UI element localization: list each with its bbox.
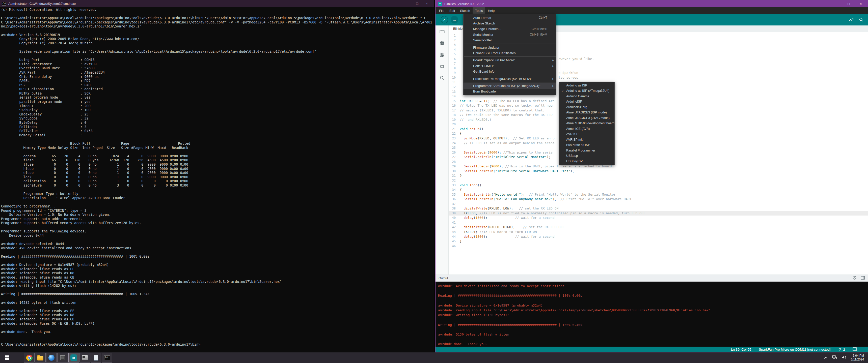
ide-titlebar[interactable]: ∞ Blinkies | Arduino IDE 2.3.2 – □ × [435, 0, 868, 7]
code-line[interactable]: 29 Serial1.begin(9600); //This is the UA… [448, 164, 868, 169]
network-icon[interactable] [832, 355, 837, 361]
serial-plotter-icon[interactable] [848, 18, 854, 23]
output-console[interactable]: avrdude: AVR device initialized and read… [435, 282, 868, 346]
code-line[interactable]: 25 [448, 145, 868, 150]
verify-button[interactable]: ✓ [440, 16, 448, 24]
code-line[interactable]: 18// (We could use the same macros for t… [448, 113, 868, 118]
terminal-minimize-button[interactable]: – [407, 1, 409, 5]
menubar-item-help[interactable]: Help [485, 7, 497, 14]
programmer-device-taskbar-button[interactable] [80, 353, 90, 363]
code-line[interactable]: 20 [448, 122, 868, 127]
code-line[interactable]: 28 [448, 160, 868, 164]
programmer-option-arduinoisp-org[interactable]: ArduinoISP.org [559, 104, 614, 110]
code-line[interactable]: 45} [448, 239, 868, 244]
board-status[interactable]: SparkFun Pro Micro on COM11 [not connect… [759, 348, 830, 352]
tools-menu-item-processor-atmega32u4-5v-16-mhz[interactable]: Processor: "ATmega32U4 (5V, 16 MHz)"▸ [464, 76, 556, 81]
notifications-badge[interactable]: 2 [838, 347, 845, 352]
code-line[interactable]: 42 digitalWrite(RXLED, HIGH); // set the… [448, 225, 868, 230]
programmer-option-arduino-gemma[interactable]: Arduino Gemma [559, 94, 614, 99]
upload-button[interactable]: → [451, 16, 458, 24]
chrome-taskbar-button[interactable] [24, 353, 35, 363]
code-line[interactable]: 17// macros (TXLED1, TXLED0) to control … [448, 108, 868, 113]
programmer-option-atmel-jtagice3-isp-mode[interactable]: Atmel JTAGICE3 (ISP mode) [559, 110, 614, 116]
tools-menu-item-burn-bootloader[interactable]: Burn Bootloader [464, 89, 556, 94]
programmer-option-arduino-as-isp[interactable]: Arduino as ISP [559, 83, 614, 88]
code-line[interactable]: 41 [448, 220, 868, 225]
programmer-option-buspirate-as-isp[interactable]: BusPirate as ISP [559, 142, 614, 148]
code-line[interactable]: 19// and RXLED0.) [448, 118, 868, 122]
code-line[interactable]: 33void loop() [448, 183, 868, 188]
arduino-taskbar-button[interactable]: ∞ [68, 353, 79, 363]
tools-menu-item-get-board-info[interactable]: Get Board Info [464, 69, 556, 74]
code-line[interactable]: 16// Note: The TX LED was not so lucky, … [448, 103, 868, 108]
code-line[interactable]: 15int RXLED = 17; // The RX LED has a de… [448, 99, 868, 104]
code-line[interactable]: 24 // TX LED is set as an output behind … [448, 141, 868, 146]
programmer-option-avrisp-mkii[interactable]: AVRISP mkII [559, 137, 614, 142]
code-line[interactable]: 21void setup() [448, 127, 868, 132]
programmer-option-arduinoisp[interactable]: ArduinoISP [559, 99, 614, 105]
sidebar-boards-button[interactable] [437, 39, 446, 48]
programmer-option-parallel-programmer[interactable]: Parallel Programmer [559, 148, 614, 153]
tools-menu-item-serial-plotter[interactable]: Serial Plotter [464, 38, 556, 43]
start-taskbar-button[interactable] [2, 353, 12, 363]
terminal-titlebar[interactable]: C:\ Administrator: C:\Windows\System32\c… [0, 0, 434, 7]
cmd-taskbar-button[interactable]: C:\_ [102, 353, 112, 363]
toggle-panel-icon[interactable] [852, 348, 857, 352]
programmer-option-arduino-as-isp-atmega32u4[interactable]: ✓Arduino as ISP (ATmega32U4) [559, 88, 614, 94]
globe-taskbar-button[interactable] [46, 353, 57, 363]
code-line[interactable]: 22{ [448, 131, 868, 136]
programmer-option-atmel-stk500-development-board[interactable]: Atmel STK500 development board [559, 121, 614, 126]
code-line[interactable]: 46 [448, 244, 868, 249]
code-line[interactable]: 23 pinMode(RXLED, OUTPUT); // Set RX LED… [448, 136, 868, 141]
sidebar-search-button[interactable] [437, 74, 446, 83]
code-line[interactable]: 40 delay(1000); // wait for a second [448, 216, 868, 220]
toggle-output-icon[interactable] [861, 276, 865, 280]
file-explorer-taskbar-button[interactable] [35, 353, 46, 363]
code-line[interactable]: 44 delay(1000); // wait for a second [448, 234, 868, 239]
menubar-item-sketch[interactable]: Sketch [458, 7, 473, 14]
code-line[interactable]: 37 [448, 202, 868, 206]
code-line[interactable]: 38 digitalWrite(RXLED, LOW); // set the … [448, 206, 868, 211]
serial-monitor-icon[interactable] [859, 17, 864, 23]
tools-menu-item-firmware-updater[interactable]: Firmware Updater [464, 45, 556, 50]
chip-taskbar-button[interactable] [57, 353, 68, 363]
notepad-taskbar-button[interactable] [91, 353, 101, 363]
ide-minimize-button[interactable]: – [836, 2, 837, 6]
code-line[interactable]: 34{ [448, 188, 868, 192]
sidebar-debug-button[interactable] [437, 62, 446, 71]
terminal-output[interactable]: (c) Microsoft Corporation. All rights re… [0, 7, 434, 346]
code-line[interactable]: 35 Serial.println("Hello world!"); // Pr… [448, 192, 868, 197]
sidebar-library-button[interactable] [437, 51, 446, 60]
menubar-item-edit[interactable]: Edit [447, 7, 458, 14]
tools-menu-item-board-sparkfun-pro-micro[interactable]: Board: "SparkFun Pro Micro"▸ [464, 58, 556, 63]
tools-menu-item-archive-sketch[interactable]: Archive Sketch [464, 21, 556, 26]
ide-maximize-button[interactable]: □ [848, 2, 850, 6]
tools-menu-item-auto-format[interactable]: Auto FormatCtrl+T [464, 15, 556, 21]
clear-output-icon[interactable] [852, 276, 857, 281]
code-line[interactable]: 30 Serial1.println("Initialize Serial Ha… [448, 169, 868, 174]
programmer-option-avr-isp[interactable]: AVR ISP [559, 132, 614, 137]
tools-menu-item-serial-monitor[interactable]: Serial MonitorCtrl+Shift+M [464, 32, 556, 37]
volume-icon[interactable] [841, 355, 846, 361]
taskbar-clock[interactable]: 6:04 PM 6/11/2024 [851, 354, 864, 362]
tray-chevron-up-icon[interactable] [824, 356, 828, 360]
code-line[interactable]: 36 Serial1.println("Hello! Can anybody h… [448, 197, 868, 202]
programmer-option-atmel-ice-avr[interactable]: Atmel-ICE (AVR) [559, 126, 614, 132]
menubar-item-tools[interactable]: Tools [473, 7, 485, 14]
menubar-item-file[interactable]: File [436, 7, 447, 14]
code-line[interactable]: 27 Serial.println("Initialize Serial Mon… [448, 155, 868, 160]
task-view-taskbar-button[interactable] [13, 353, 24, 363]
tools-menu-item-manage-libraries[interactable]: Manage Libraries...Ctrl+Shift+I [464, 26, 556, 32]
code-line[interactable]: 32 [448, 178, 868, 183]
sidebar-sketchbook-button[interactable] [437, 28, 446, 37]
ide-close-button[interactable]: × [860, 2, 862, 6]
code-line[interactable]: 31} [448, 173, 868, 178]
tools-menu-item-port-com11[interactable]: Port: "COM11"▸ [464, 63, 556, 69]
programmer-option-atmel-jtagice3-jtag-mode[interactable]: Atmel JTAGICE3 (JTAG mode) [559, 115, 614, 121]
programmer-option-usbasp[interactable]: USBasp [559, 153, 614, 159]
tools-menu-item-programmer-arduino-as-isp-atmega32u4[interactable]: Programmer: "Arduino as ISP (ATmega32U4)… [464, 83, 556, 89]
programmer-option-usbtinyisp[interactable]: USBtinyISP [559, 159, 614, 164]
terminal-close-button[interactable]: × [426, 1, 428, 5]
code-line[interactable]: 43 TXLED1; //TX LED macro to turn LED ON [448, 230, 868, 234]
tools-menu-item-upload-ssl-root-certificates[interactable]: Upload SSL Root Certificates [464, 50, 556, 56]
